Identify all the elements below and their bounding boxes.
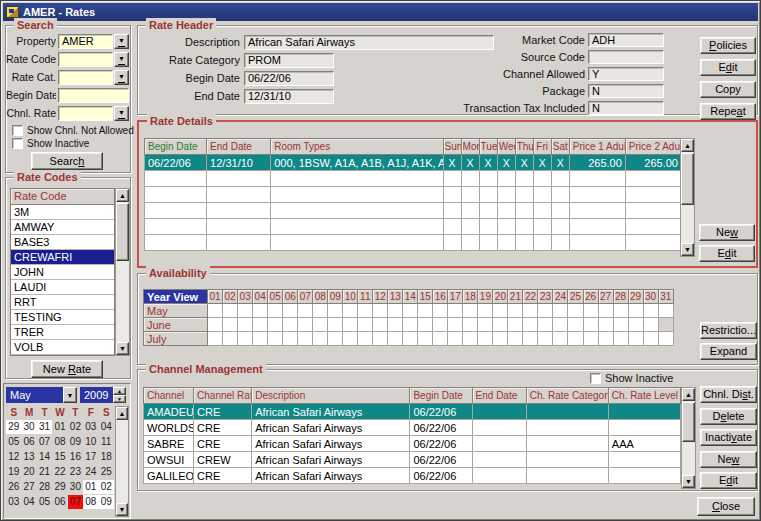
rate-code-item[interactable]: RRT bbox=[11, 295, 114, 310]
availability-cell[interactable] bbox=[313, 318, 328, 332]
edit-button[interactable]: Edit bbox=[700, 59, 756, 76]
rate-details-col-header[interactable]: Begin Date bbox=[145, 139, 207, 155]
availability-cell[interactable] bbox=[658, 318, 673, 332]
market-code-field[interactable]: ADH bbox=[588, 33, 664, 47]
availability-cell[interactable] bbox=[478, 318, 493, 332]
availability-cell[interactable] bbox=[553, 332, 568, 346]
availability-cell[interactable] bbox=[598, 332, 613, 346]
rate-codes-scrollbar[interactable]: ▲ ▼ bbox=[115, 188, 130, 356]
rate-details-col-header[interactable]: Wed bbox=[497, 139, 515, 155]
restrictio-button[interactable]: Restrictio... bbox=[700, 322, 757, 339]
new-button[interactable]: New bbox=[700, 451, 757, 468]
channel-scrollbar[interactable]: ▲ ▼ bbox=[681, 387, 696, 489]
availability-cell[interactable] bbox=[388, 304, 403, 318]
calendar-day[interactable]: 02 bbox=[99, 480, 114, 494]
search-chnl-rate-input[interactable] bbox=[58, 106, 113, 121]
availability-cell[interactable] bbox=[448, 304, 463, 318]
availability-cell[interactable] bbox=[283, 304, 298, 318]
availability-cell[interactable] bbox=[358, 318, 373, 332]
calendar-day[interactable]: 13 bbox=[21, 450, 36, 464]
availability-cell[interactable] bbox=[598, 304, 613, 318]
rate-details-scrollbar[interactable]: ▲ ▼ bbox=[680, 138, 695, 257]
scroll-up-icon[interactable]: ▲ bbox=[682, 388, 695, 401]
calendar-day[interactable]: 29 bbox=[6, 420, 21, 434]
rate-details-col-header[interactable]: Fri bbox=[533, 139, 551, 155]
scroll-down-icon[interactable]: ▼ bbox=[116, 342, 129, 355]
calendar-day[interactable]: 27 bbox=[21, 480, 36, 494]
rate-details-col-header[interactable]: Tue bbox=[479, 139, 497, 155]
repeat-button[interactable]: Repeat bbox=[700, 103, 756, 120]
calendar-day[interactable]: 20 bbox=[21, 465, 36, 479]
availability-cell[interactable] bbox=[508, 304, 523, 318]
availability-cell[interactable] bbox=[403, 318, 418, 332]
calendar-day[interactable]: 12 bbox=[6, 450, 21, 464]
availability-cell[interactable] bbox=[208, 318, 223, 332]
calendar-day[interactable]: 31 bbox=[37, 420, 52, 434]
rate-details-col-header[interactable]: Price 1 Adul bbox=[569, 139, 625, 155]
availability-cell[interactable] bbox=[298, 332, 313, 346]
spin-down-icon[interactable]: ▼ bbox=[113, 395, 126, 403]
rate-details-col-header[interactable]: End Date bbox=[207, 139, 271, 155]
availability-cell[interactable] bbox=[373, 332, 388, 346]
rate-code-item[interactable]: VOLB bbox=[11, 340, 114, 355]
calendar-day[interactable]: 16 bbox=[68, 450, 83, 464]
lov-dropdown-icon[interactable]: ▼ bbox=[114, 70, 129, 85]
calendar-day[interactable]: 02 bbox=[68, 420, 83, 434]
availability-cell[interactable] bbox=[523, 332, 538, 346]
rate-details-col-header[interactable]: Mon bbox=[461, 139, 479, 155]
calendar-day[interactable]: 07 bbox=[68, 495, 83, 509]
availability-cell[interactable] bbox=[613, 332, 628, 346]
calendar-day[interactable]: 24 bbox=[83, 465, 98, 479]
availability-cell[interactable] bbox=[268, 304, 283, 318]
calendar-day[interactable]: 01 bbox=[83, 480, 98, 494]
channel-col-header[interactable]: Channel bbox=[144, 388, 194, 404]
channel-col-header[interactable]: Channel Rate bbox=[194, 388, 252, 404]
availability-cell[interactable] bbox=[613, 304, 628, 318]
availability-cell[interactable] bbox=[508, 318, 523, 332]
close-button[interactable]: Close bbox=[697, 497, 755, 516]
rate-code-item[interactable]: JOHN bbox=[11, 265, 114, 280]
availability-cell[interactable] bbox=[313, 304, 328, 318]
availability-cell[interactable] bbox=[253, 318, 268, 332]
calendar-day[interactable]: 19 bbox=[6, 465, 21, 479]
transaction-tax-included-field[interactable]: N bbox=[588, 101, 664, 115]
scroll-up-icon[interactable]: ▲ bbox=[116, 189, 129, 202]
availability-cell[interactable] bbox=[538, 332, 553, 346]
calendar-day[interactable]: 05 bbox=[6, 435, 21, 449]
availability-cell[interactable] bbox=[628, 332, 643, 346]
channel-allowed-field[interactable]: Y bbox=[588, 67, 664, 81]
calendar-day[interactable]: 23 bbox=[68, 465, 83, 479]
availability-cell[interactable] bbox=[493, 318, 508, 332]
availability-cell[interactable] bbox=[283, 332, 298, 346]
rate-code-item[interactable]: TRER bbox=[11, 325, 114, 340]
new-rate-button[interactable]: New Rate bbox=[31, 360, 103, 378]
scroll-down-icon[interactable]: ▼ bbox=[682, 475, 695, 488]
calendar-day[interactable]: 01 bbox=[52, 420, 67, 434]
rate-code-item[interactable]: TESTING bbox=[11, 310, 114, 325]
availability-cell[interactable] bbox=[658, 332, 673, 346]
availability-cell[interactable] bbox=[298, 304, 313, 318]
channel-row[interactable]: SABRECREAfrican Safari Airways06/22/06AA… bbox=[144, 436, 681, 452]
source-code-field[interactable] bbox=[588, 50, 664, 64]
rate-code-item[interactable]: LAUDI bbox=[11, 280, 114, 295]
scroll-thumb[interactable] bbox=[682, 402, 695, 442]
channel-col-header[interactable]: Begin Date bbox=[410, 388, 472, 404]
package-field[interactable]: N bbox=[588, 84, 664, 98]
availability-cell[interactable] bbox=[238, 332, 253, 346]
channel-col-header[interactable]: Ch. Rate Level bbox=[608, 388, 680, 404]
availability-cell[interactable] bbox=[628, 304, 643, 318]
scroll-up-icon[interactable]: ▲ bbox=[116, 407, 128, 420]
show-inactive-checkbox[interactable]: Show Inactive bbox=[12, 138, 89, 149]
availability-cell[interactable] bbox=[358, 304, 373, 318]
availability-cell[interactable] bbox=[388, 318, 403, 332]
checkbox-box-icon[interactable] bbox=[12, 138, 23, 149]
availability-cell[interactable] bbox=[253, 304, 268, 318]
show-inactive-checkbox[interactable]: Show Inactive bbox=[590, 372, 673, 384]
availability-cell[interactable] bbox=[448, 318, 463, 332]
availability-cell[interactable] bbox=[568, 332, 583, 346]
availability-cell[interactable] bbox=[643, 318, 658, 332]
calendar-day[interactable]: 08 bbox=[83, 495, 98, 509]
calendar-day[interactable]: 21 bbox=[37, 465, 52, 479]
calendar-day[interactable]: 04 bbox=[99, 420, 114, 434]
calendar-day[interactable]: 28 bbox=[37, 480, 52, 494]
